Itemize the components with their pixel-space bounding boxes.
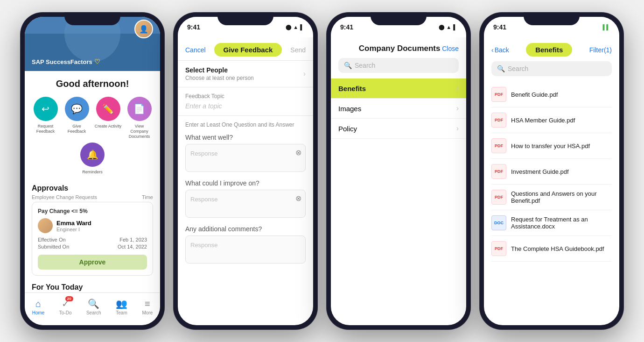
view-docs-label: View Company Documents xyxy=(126,124,153,139)
submitted-date-label: Submitted On xyxy=(38,244,69,249)
filter-button[interactable]: Filter(1) xyxy=(589,46,612,54)
hero-logo: SAP SuccessFactors ♡ xyxy=(32,58,100,65)
back-button[interactable]: ‹ Back xyxy=(491,46,509,54)
response-box-2[interactable]: Response ⊗ xyxy=(185,190,306,218)
category-benefits[interactable]: Benefits › xyxy=(331,78,466,99)
select-people-label: Select People xyxy=(185,66,254,74)
nav-home[interactable]: ⌂ Home xyxy=(32,299,45,315)
status-time-4: 9:41 xyxy=(493,23,506,31)
benefits-content: ‹ Back Benefits Filter(1) 🔍 Search PDF B… xyxy=(484,37,619,325)
file-list: PDF Benefit Guide.pdf PDF HSA Member Gui… xyxy=(484,82,619,262)
status-time-2: 9:41 xyxy=(187,23,200,31)
clear-icon-2[interactable]: ⊗ xyxy=(295,194,301,203)
nav-todo[interactable]: ✓ 20 To-Do xyxy=(59,298,72,315)
action-give-feedback[interactable]: 💬 Give Feedback xyxy=(63,97,91,139)
effective-date-value: Feb 1, 2023 xyxy=(119,237,147,242)
team-nav-label: Team xyxy=(116,310,127,315)
docs-search-bar[interactable]: 🔍 Search xyxy=(338,58,459,73)
effective-date-label: Effective On xyxy=(38,237,66,242)
docs-search-placeholder: Search xyxy=(355,62,375,69)
file-item-3[interactable]: PDF Investment Guide.pdf xyxy=(491,159,612,185)
wifi-icon-3: ▲ xyxy=(446,24,451,30)
question-3-text: Any additional comments? xyxy=(185,225,306,233)
effective-date-row: Effective On Feb 1, 2023 xyxy=(38,237,147,242)
response-placeholder-2: Response xyxy=(190,196,218,203)
pdf-icon-4: PDF xyxy=(491,190,506,205)
nav-team[interactable]: 👥 Team xyxy=(116,298,127,315)
select-people-sub: Choose at least one person xyxy=(185,75,254,81)
home-icon: ⌂ xyxy=(35,299,41,309)
submitted-date-value: Oct 14, 2022 xyxy=(118,244,147,249)
give-feedback-label: Give Feedback xyxy=(63,124,91,134)
feedback-topic-input[interactable]: Enter a topic xyxy=(185,102,306,110)
category-policy[interactable]: Policy › xyxy=(331,119,466,139)
approvals-col-requests: Employee Change Requests xyxy=(32,194,97,200)
pdf-icon-2: PDF xyxy=(491,138,506,153)
question-2-text: What could I improve on? xyxy=(185,179,306,187)
status-time-3: 9:41 xyxy=(340,23,353,31)
file-name-6: The Complete HSA Guidebook.pdf xyxy=(511,245,604,252)
approval-card: Pay Change <= 5% Emma Ward Engineer I Ef… xyxy=(32,202,153,276)
person-avatar xyxy=(38,218,53,233)
wifi-icon-2: ▲ xyxy=(293,24,298,30)
nav-more[interactable]: ≡ More xyxy=(142,299,153,315)
phone-home: 16:27 ▲ ◆ ▌ 👤 SAP SuccessFactors ♡ xyxy=(20,12,165,330)
questions-header: Enter at Least One Question and its Answ… xyxy=(185,121,306,128)
feedback-topic-label: Feedback Topic xyxy=(185,93,306,100)
feedback-content: Cancel Give Feedback Send Select People … xyxy=(178,37,313,325)
docs-title: Company Documents xyxy=(359,44,441,53)
hero-avatar: 👤 xyxy=(134,20,153,38)
phone-notch-1 xyxy=(64,12,120,25)
file-item-0[interactable]: PDF Benefit Guide.pdf xyxy=(491,82,612,107)
give-feedback-button[interactable]: Give Feedback xyxy=(214,43,282,57)
pdf-icon-0: PDF xyxy=(491,87,506,102)
docs-content: Company Documents Close 🔍 Search Benefit… xyxy=(331,37,466,325)
file-item-1[interactable]: PDF HSA Member Guide.pdf xyxy=(491,107,612,133)
file-item-2[interactable]: PDF How to transfer your HSA.pdf xyxy=(491,133,612,159)
file-item-5[interactable]: DOC Request for Treatment as an Assistan… xyxy=(491,210,612,236)
send-button[interactable]: Send xyxy=(290,46,306,54)
home-content: Good afternoon! ↩ Request Feedback 💬 Giv… xyxy=(25,71,160,325)
phone-notch-4 xyxy=(524,12,580,25)
bottom-nav: ⌂ Home ✓ 20 To-Do 🔍 Search 👥 Team xyxy=(25,292,160,325)
docs-close-button[interactable]: Close xyxy=(442,45,459,52)
file-item-6[interactable]: PDF The Complete HSA Guidebook.pdf xyxy=(491,236,612,262)
approvals-col-time: Time xyxy=(142,194,153,200)
pdf-icon-6: PDF xyxy=(491,241,506,256)
pdf-icon-1: PDF xyxy=(491,113,506,128)
search-nav-label: Search xyxy=(86,310,101,315)
benefits-search-placeholder: Search xyxy=(508,65,528,72)
action-request-feedback[interactable]: ↩ Request Feedback xyxy=(32,97,59,139)
action-view-docs[interactable]: 📄 View Company Documents xyxy=(126,97,153,139)
approvals-title: Approvals xyxy=(32,184,153,192)
file-name-0: Benefit Guide.pdf xyxy=(511,91,558,98)
todo-badge-wrapper: ✓ 20 xyxy=(62,298,70,309)
category-images[interactable]: Images › xyxy=(331,99,466,119)
benefits-search-bar[interactable]: 🔍 Search xyxy=(491,61,612,76)
phone-benefits: 9:41 ▌▌ ‹ Back Benefits Filter(1) 🔍 Sear… xyxy=(479,12,624,330)
feedback-topic-section: Feedback Topic Enter a topic xyxy=(178,87,313,116)
select-people-section[interactable]: Select People Choose at least one person… xyxy=(178,61,313,87)
status-icons-4: ▌▌ xyxy=(602,24,610,30)
status-icons-3: ⬤ ▲ ▌ xyxy=(439,24,457,30)
clear-icon-1[interactable]: ⊗ xyxy=(295,148,301,157)
response-placeholder-1: Response xyxy=(190,150,218,157)
action-reminders[interactable]: 🔔 Reminders xyxy=(32,142,153,175)
todo-nav-label: To-Do xyxy=(59,310,72,315)
file-item-4[interactable]: PDF Questions and Answers on your Benefi… xyxy=(491,185,612,210)
greeting-text: Good afternoon! xyxy=(32,78,153,89)
response-box-3[interactable]: Response xyxy=(185,235,306,264)
status-icons-2: ⬤ ▲ ▌ xyxy=(286,24,304,30)
cancel-button[interactable]: Cancel xyxy=(185,46,206,54)
approve-button[interactable]: Approve xyxy=(38,255,147,270)
action-create-activity[interactable]: ✏️ Create Activity xyxy=(94,97,122,139)
response-box-1[interactable]: Response ⊗ xyxy=(185,144,306,172)
back-chevron-icon: ‹ xyxy=(491,46,494,54)
more-nav-label: More xyxy=(142,310,153,315)
camera-icon-3: ⬤ xyxy=(439,24,444,30)
nav-search[interactable]: 🔍 Search xyxy=(86,298,101,315)
chevron-right-icon: › xyxy=(303,70,306,78)
response-placeholder-3: Response xyxy=(190,242,218,249)
feedback-header: Cancel Give Feedback Send xyxy=(178,37,313,61)
create-activity-label: Create Activity xyxy=(95,124,122,129)
